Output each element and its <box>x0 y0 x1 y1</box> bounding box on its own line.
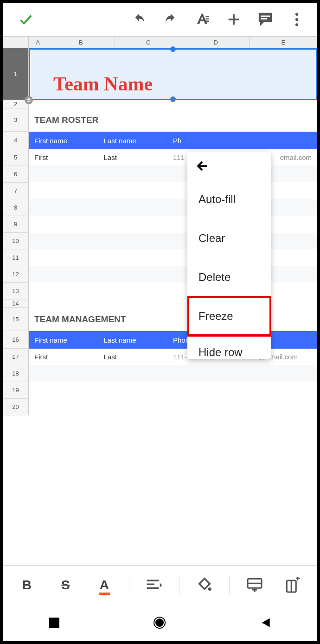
selected-row-1[interactable]: Team Name <box>29 48 317 100</box>
toolbar-divider <box>179 576 179 594</box>
row-header-1[interactable]: 1 <box>3 48 29 100</box>
title-cell[interactable]: Team Name <box>53 73 153 95</box>
row-header-10[interactable]: 10 <box>3 233 29 249</box>
corner-cell[interactable] <box>3 37 29 48</box>
empty-row[interactable] <box>29 216 317 233</box>
undo-icon[interactable] <box>130 10 148 29</box>
empty-row[interactable] <box>29 365 317 382</box>
font-color-button[interactable]: A <box>90 574 118 597</box>
row-header-20[interactable]: 20 <box>3 399 29 415</box>
row-header-5[interactable]: 5 <box>3 149 29 166</box>
plus-icon[interactable] <box>224 10 243 29</box>
empty-row[interactable] <box>29 166 317 183</box>
svg-point-7 <box>295 13 298 16</box>
svg-point-9 <box>295 23 298 26</box>
svg-rect-26 <box>49 618 59 628</box>
col-header-a[interactable]: A <box>29 37 47 48</box>
row-header-18[interactable]: 18 <box>3 365 29 382</box>
row-resize-handle[interactable] <box>25 96 33 104</box>
context-menu-autofill[interactable]: Auto-fill <box>187 180 271 219</box>
section-roster-title: TEAM ROSTER <box>29 108 317 132</box>
row-header-11[interactable]: 11 <box>3 249 29 266</box>
selection-handle-top[interactable] <box>170 46 176 52</box>
mgmt-th-last: Last name <box>104 336 173 344</box>
svg-marker-16 <box>160 583 162 587</box>
insert-column-button[interactable] <box>279 574 307 597</box>
empty-row[interactable] <box>29 266 317 283</box>
selection-handle-bottom[interactable] <box>170 96 176 102</box>
row-header-8[interactable]: 8 <box>3 199 29 216</box>
row-headers: 1 2 3 4 5 6 7 8 9 10 11 12 13 14 15 16 1… <box>3 48 29 415</box>
empty-row[interactable] <box>29 283 317 300</box>
system-nav-bar <box>3 604 317 641</box>
context-menu-hide-row[interactable]: Hide row <box>187 336 271 359</box>
mgmt-td-last: Last <box>104 353 173 361</box>
svg-rect-15 <box>147 587 159 589</box>
roster-th-first: First name <box>34 137 104 145</box>
nav-home-icon[interactable] <box>153 616 166 630</box>
row-header-3[interactable]: 3 <box>3 108 29 132</box>
management-table-row[interactable]: First Last 111-111-1111 email@email.com <box>29 349 317 365</box>
svg-rect-2 <box>206 21 210 22</box>
empty-row[interactable] <box>29 183 317 199</box>
roster-table-header: First name Last name Ph <box>29 132 317 149</box>
column-headers: A B C D E <box>3 36 317 48</box>
empty-row[interactable] <box>29 199 317 216</box>
toolbar-divider <box>129 576 129 594</box>
row-header-14[interactable]: 14 <box>3 300 29 308</box>
more-vert-icon[interactable] <box>288 10 306 29</box>
align-button[interactable] <box>141 574 168 597</box>
nav-back-icon[interactable] <box>260 617 271 628</box>
accept-check-icon[interactable] <box>17 10 35 29</box>
roster-table-row[interactable]: First Last 111 email.com <box>29 149 317 166</box>
management-table-header: First name Last name Phone Email <box>29 331 317 349</box>
row-header-16[interactable]: 16 <box>3 331 29 349</box>
row-header-13[interactable]: 13 <box>3 283 29 300</box>
row-header-6[interactable]: 6 <box>3 166 29 183</box>
svg-marker-10 <box>27 98 31 100</box>
row-header-9[interactable]: 9 <box>3 216 29 233</box>
svg-rect-5 <box>261 16 270 17</box>
col-header-d[interactable]: D <box>182 37 250 48</box>
mgmt-th-first: First name <box>34 336 104 344</box>
toolbar-divider <box>229 576 230 594</box>
empty-row[interactable] <box>29 249 317 266</box>
roster-th-phone: Ph <box>173 137 243 145</box>
row-header-12[interactable]: 12 <box>3 266 29 283</box>
context-menu-delete[interactable]: Delete <box>187 258 271 297</box>
svg-point-8 <box>295 18 298 21</box>
text-format-icon[interactable] <box>193 10 211 29</box>
roster-th-last: Last name <box>104 137 173 145</box>
context-menu-back-icon[interactable] <box>187 152 271 180</box>
mgmt-td-first: First <box>34 353 104 361</box>
col-header-b[interactable]: B <box>47 37 115 48</box>
svg-point-28 <box>156 619 163 626</box>
strikethrough-button[interactable]: S <box>51 574 79 597</box>
context-menu-clear[interactable]: Clear <box>187 219 271 258</box>
row-header-7[interactable]: 7 <box>3 183 29 199</box>
format-toolbar: B S A <box>3 565 317 604</box>
col-header-e[interactable]: E <box>250 37 318 48</box>
row-header-4[interactable]: 4 <box>3 132 29 149</box>
top-toolbar <box>3 3 317 36</box>
row-header-15[interactable]: 15 <box>3 308 29 331</box>
section-management-title: TEAM MANAGEMENT <box>29 308 317 331</box>
sheet-content[interactable]: Team Name TEAM ROSTER First name Last na… <box>29 48 317 415</box>
row-header-17[interactable]: 17 <box>3 349 29 365</box>
row-header-19[interactable]: 19 <box>3 382 29 399</box>
insert-row-button[interactable] <box>241 574 269 597</box>
svg-rect-6 <box>261 18 267 19</box>
svg-rect-13 <box>147 580 159 581</box>
comment-icon[interactable] <box>256 10 275 29</box>
context-menu: Auto-fill Clear Delete Freeze Hide row <box>187 152 271 359</box>
svg-marker-29 <box>262 618 269 627</box>
roster-td-last: Last <box>104 153 173 161</box>
svg-marker-11 <box>27 101 31 102</box>
fill-color-button[interactable] <box>191 574 218 597</box>
redo-icon[interactable] <box>161 10 180 29</box>
empty-row[interactable] <box>29 233 317 249</box>
bold-button[interactable]: B <box>13 574 41 597</box>
spreadsheet-area: A B C D E 1 2 3 4 5 6 7 8 9 10 11 12 13 … <box>3 36 317 415</box>
nav-recent-icon[interactable] <box>49 618 59 628</box>
context-menu-freeze[interactable]: Freeze <box>187 297 271 336</box>
